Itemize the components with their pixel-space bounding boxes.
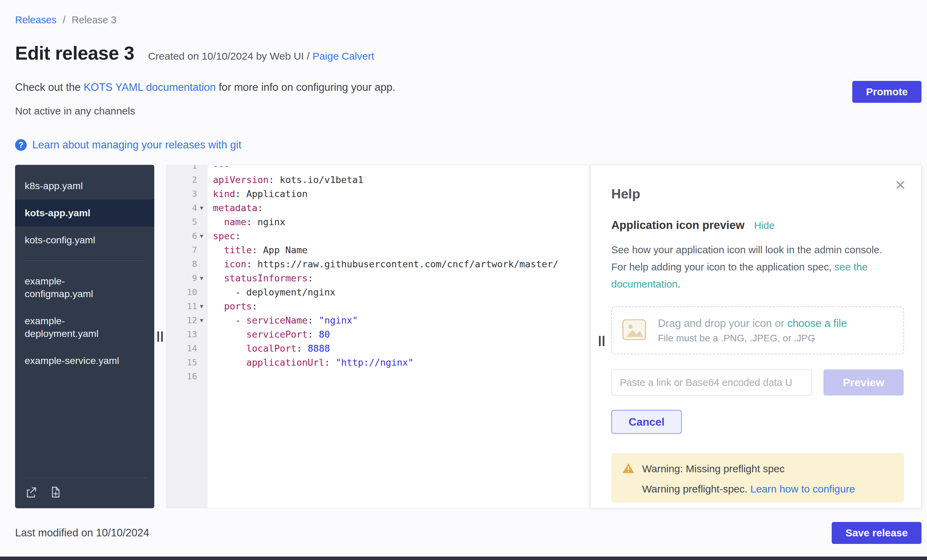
git-help-link[interactable]: ? Learn about managing your releases wit…: [15, 139, 242, 151]
code-line-8[interactable]: 8▾ icon: https://raw.githubusercontent.c…: [166, 257, 589, 271]
resize-handle-left[interactable]: [157, 331, 163, 342]
icon-url-input[interactable]: [611, 369, 812, 396]
close-icon[interactable]: ✕: [894, 178, 906, 192]
channel-status: Not active in any channels: [15, 105, 921, 117]
code-text: - serviceName: "nginx": [207, 313, 358, 327]
code-text: metadata:: [207, 201, 263, 215]
code-line-7[interactable]: 7▾ title: App Name: [166, 243, 589, 257]
created-by-link[interactable]: Paige Calvert: [312, 50, 374, 62]
code-token: [213, 357, 246, 368]
code-line-10[interactable]: 10▾ - deployment/nginx: [166, 285, 589, 299]
line-number: 14▾: [166, 341, 207, 355]
code-line-13[interactable]: 13▾ servicePort: 80: [166, 327, 589, 341]
code-token: serviceName: [246, 315, 308, 326]
sidebar-file-item[interactable]: example-deployment.yaml: [15, 307, 154, 347]
sidebar-footer: [23, 478, 146, 508]
code-line-3[interactable]: 3▾kind: Application: [166, 187, 589, 201]
new-file-icon[interactable]: [49, 486, 62, 499]
code-line-1[interactable]: 1▾---: [166, 165, 589, 173]
app-file-list: k8s-app.yamlkots-app.yamlkots-config.yam…: [15, 172, 154, 253]
docs-hint-suffix: for more info on configuring your app.: [216, 81, 395, 93]
code-token: :: [307, 273, 313, 284]
code-token: :: [324, 357, 336, 368]
code-text: localPort: 8888: [207, 341, 330, 355]
code-lines: 1▾---2▾apiVersion: kots.io/v1beta13▾kind…: [166, 165, 589, 384]
code-text: ports:: [207, 299, 257, 313]
code-token: [213, 329, 246, 340]
line-number: 10▾: [166, 285, 207, 299]
code-line-9[interactable]: 9▾ statusInformers:: [166, 271, 589, 285]
code-text: name: nginx: [207, 215, 285, 229]
line-number: 11▾: [166, 299, 207, 313]
upload-file-icon[interactable]: [25, 486, 38, 499]
sidebar-file-item[interactable]: example-service.yaml: [15, 347, 154, 374]
sidebar-file-item[interactable]: kots-app.yaml: [15, 199, 154, 226]
code-token: spec: [213, 231, 235, 241]
code-token: Application: [246, 188, 308, 199]
fold-arrow-icon[interactable]: ▾: [197, 271, 206, 285]
help-description: See how your application icon will look …: [611, 241, 886, 293]
fold-arrow-icon[interactable]: ▾: [197, 201, 206, 215]
line-number: 2▾: [166, 173, 207, 187]
code-token: "nginx": [319, 315, 358, 326]
code-line-15[interactable]: 15▾ applicationUrl: "http://nginx": [166, 355, 589, 369]
code-token: :: [235, 188, 246, 199]
code-token: localPort: [246, 343, 296, 354]
git-help-label: Learn about managing your releases with …: [32, 139, 242, 151]
code-line-14[interactable]: 14▾ localPort: 8888: [166, 341, 589, 355]
help-description-period: .: [678, 278, 681, 290]
save-release-button[interactable]: Save release: [832, 522, 921, 544]
code-line-5[interactable]: 5▾ name: nginx: [166, 215, 589, 229]
code-token: [213, 343, 246, 354]
code-line-11[interactable]: 11▾ ports:: [166, 299, 589, 313]
sidebar-file-item[interactable]: k8s-app.yaml: [15, 172, 154, 199]
code-line-2[interactable]: 2▾apiVersion: kots.io/v1beta1: [166, 173, 589, 187]
code-token: :: [235, 231, 241, 241]
code-text: ---: [207, 165, 230, 173]
breadcrumb-current: Release 3: [71, 14, 117, 25]
help-panel: ✕ Help Application icon preview Hide See…: [590, 165, 921, 508]
code-token: :: [252, 245, 263, 255]
fold-arrow-icon[interactable]: ▾: [197, 229, 206, 243]
kots-yaml-docs-link[interactable]: KOTS YAML documentation: [84, 81, 216, 93]
sidebar-file-item[interactable]: kots-config.yaml: [15, 226, 154, 253]
breadcrumb-releases-link[interactable]: Releases: [15, 14, 56, 25]
line-number: 3▾: [166, 187, 207, 201]
code-line-12[interactable]: 12▾ - serviceName: "nginx": [166, 313, 589, 327]
code-token: -: [213, 315, 246, 326]
code-line-16[interactable]: 16▾: [166, 369, 589, 384]
promote-button[interactable]: Promote: [852, 81, 921, 103]
code-text: spec:: [207, 229, 241, 243]
line-number: 5▾: [166, 215, 207, 229]
choose-file-link[interactable]: choose a file: [787, 317, 847, 329]
code-token: [213, 301, 224, 311]
fold-arrow-icon[interactable]: ▾: [197, 313, 206, 327]
icon-dropzone[interactable]: Drag and drop your icon or choose a file…: [611, 307, 904, 354]
code-token: icon: [224, 259, 246, 269]
code-token: :: [257, 203, 263, 213]
code-token: - deployment/nginx: [213, 287, 336, 297]
code-line-6[interactable]: 6▾spec:: [166, 229, 589, 243]
preview-button[interactable]: Preview: [824, 369, 904, 396]
code-text: statusInformers:: [207, 271, 313, 285]
code-text: servicePort: 80: [207, 327, 330, 341]
sidebar-file-item[interactable]: example-configmap.yaml: [15, 268, 154, 307]
cancel-button[interactable]: Cancel: [611, 410, 682, 434]
dropzone-text: Drag and drop your icon or choose a file…: [658, 317, 847, 344]
code-line-4[interactable]: 4▾metadata:: [166, 201, 589, 215]
configure-preflight-link[interactable]: Learn how to configure: [751, 483, 855, 495]
yaml-code-editor[interactable]: 1▾---2▾apiVersion: kots.io/v1beta13▾kind…: [166, 165, 589, 508]
code-token: kots.io/v1beta1: [280, 175, 363, 185]
resize-handle-right[interactable]: [599, 336, 605, 346]
icon-preview-header: Application icon preview Hide: [611, 219, 904, 232]
code-token: ports: [224, 301, 252, 311]
code-text: apiVersion: kots.io/v1beta1: [207, 173, 363, 187]
warning-body: Warning preflight-spec. Learn how to con…: [622, 483, 893, 495]
bottom-bar: [0, 557, 927, 560]
code-token: :: [246, 259, 258, 269]
line-number: 9▾: [166, 271, 207, 285]
warning-row: Warning: Missing preflight spec: [622, 463, 893, 475]
fold-arrow-icon[interactable]: ▾: [197, 299, 206, 313]
code-token: nginx: [257, 217, 285, 227]
hide-link[interactable]: Hide: [754, 220, 775, 231]
